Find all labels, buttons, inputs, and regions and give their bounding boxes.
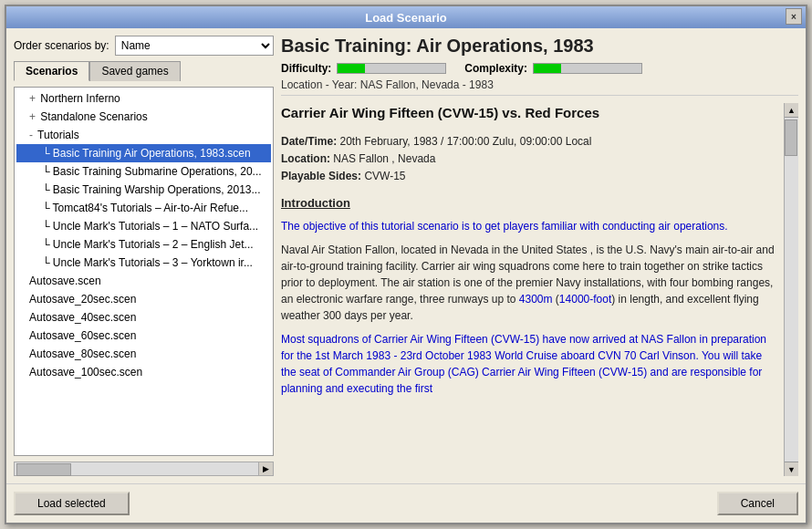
footer: Load selected Cancel <box>6 483 806 523</box>
tree-item-standalone[interactable]: + Standalone Scenarios <box>16 108 271 126</box>
tree-item-uncle1[interactable]: └ Uncle Mark's Tutorials – 1 – NATO Surf… <box>16 217 271 235</box>
intro-heading: Introduction <box>281 194 780 213</box>
left-panel: Order scenarios by: Name Scenarios Saved… <box>14 36 274 476</box>
h-scrollbar[interactable]: ▶ <box>14 462 274 476</box>
v-scrollbar[interactable]: ▲ ▼ <box>784 103 798 476</box>
tree-item-uncle3[interactable]: └ Uncle Mark's Tutorials – 3 – Yorktown … <box>16 254 271 272</box>
location-row: Location: NAS Fallon , Nevada <box>281 150 780 168</box>
location-detail-label: Location: <box>281 152 330 165</box>
tree-item-tomcat[interactable]: └ Tomcat84's Tutorials – Air-to-Air Refu… <box>16 199 271 217</box>
playable-row: Playable Sides: CVW-15 <box>281 168 780 185</box>
difficulty-label: Difficulty: <box>281 62 331 75</box>
scroll-down-btn[interactable]: ▼ <box>785 462 798 476</box>
expand-icon: + <box>29 92 36 105</box>
load-selected-button[interactable]: Load selected <box>14 492 130 515</box>
close-button[interactable]: × <box>786 8 802 25</box>
desc-wrapper: Carrier Air Wing Fifteen (CVW-15) vs. Re… <box>281 103 798 476</box>
tab-scenarios[interactable]: Scenarios <box>14 61 89 81</box>
expand-icon: - <box>29 129 33 141</box>
location-year: Location - Year: NAS Fallon, Nevada - 19… <box>281 78 798 96</box>
tree-item-autosave-100[interactable]: Autosave_100sec.scen <box>16 363 271 381</box>
tree-item-autosave-20[interactable]: Autosave_20sec.scen <box>16 290 271 308</box>
expand-icon: + <box>29 110 36 123</box>
order-label: Order scenarios by: <box>14 39 109 52</box>
scroll-thumb[interactable] <box>785 119 797 156</box>
body-text-1: Naval Air Station Fallon, located in Nev… <box>281 242 780 324</box>
tree-item-northern-inferno[interactable]: + Northern Inferno <box>16 89 271 108</box>
body-text-2: Most squadrons of Carrier Air Wing Fifte… <box>281 331 780 397</box>
playable-value: CVW-15 <box>364 170 405 182</box>
tab-saved-games[interactable]: Saved games <box>89 61 180 81</box>
highlight-4300m: 4300m <box>519 293 553 306</box>
load-scenario-dialog: Load Scenario × Order scenarios by: Name… <box>5 5 807 524</box>
order-select[interactable]: Name <box>115 36 274 56</box>
tree-item-tutorials[interactable]: - Tutorials <box>16 126 271 144</box>
complexity-label: Complexity: <box>464 62 527 75</box>
playable-label: Playable Sides: <box>281 170 361 182</box>
cancel-button[interactable]: Cancel <box>717 492 798 515</box>
right-panel: Basic Training: Air Operations, 1983 Dif… <box>281 36 798 476</box>
tree-item-autosave[interactable]: Autosave.scen <box>16 272 271 290</box>
scenario-tree[interactable]: + Northern Inferno + Standalone Scenario… <box>14 87 274 456</box>
dialog-title: Load Scenario <box>365 11 447 25</box>
tree-item-basic-air[interactable]: └ Basic Training Air Operations, 1983.sc… <box>16 144 271 162</box>
highlight-14000ft: 14000-foot <box>559 293 611 306</box>
title-bar: Load Scenario × <box>6 6 806 28</box>
tree-item-uncle2[interactable]: └ Uncle Mark's Tutorials – 2 – English J… <box>16 235 271 254</box>
complexity-fill <box>534 64 561 73</box>
cvw-title: Carrier Air Wing Fifteen (CVW-15) vs. Re… <box>281 103 780 124</box>
datetime-label: Date/Time: <box>281 135 337 148</box>
tree-item-autosave-40[interactable]: Autosave_40sec.scen <box>16 308 271 327</box>
tree-item-basic-warship[interactable]: └ Basic Training Warship Operations, 201… <box>16 181 271 199</box>
location-detail-value: NAS Fallon , Nevada <box>333 152 435 165</box>
tree-item-autosave-60[interactable]: Autosave_60sec.scen <box>16 327 271 345</box>
scroll-up-btn[interactable]: ▲ <box>785 103 798 118</box>
description-scroll[interactable]: Carrier Air Wing Fifteen (CVW-15) vs. Re… <box>281 103 784 476</box>
tree-item-autosave-80[interactable]: Autosave_80sec.scen <box>16 345 271 363</box>
scenario-title: Basic Training: Air Operations, 1983 <box>281 36 798 57</box>
difficulty-bar <box>337 63 446 74</box>
complexity-bar <box>533 63 642 74</box>
datetime-row: Date/Time: 20th February, 1983 / 17:00:0… <box>281 133 780 150</box>
datetime-value: 20th February, 1983 / 17:00:00 Zulu, 09:… <box>339 135 591 148</box>
tabs: Scenarios Saved games <box>14 61 274 81</box>
difficulty-fill <box>338 64 365 73</box>
tree-item-basic-sub[interactable]: └ Basic Training Submarine Operations, 2… <box>16 162 271 181</box>
intro-text: The objective of this tutorial scenario … <box>281 218 780 234</box>
